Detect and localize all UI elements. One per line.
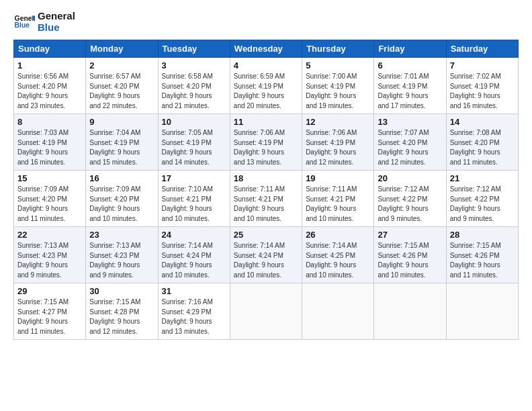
day-info: Sunrise: 7:12 AM Sunset: 4:22 PM Dayligh…	[450, 185, 515, 224]
day-number: 28	[450, 230, 515, 240]
calendar-cell: 28 Sunrise: 7:15 AM Sunset: 4:26 PM Dayl…	[446, 227, 518, 283]
day-number: 4	[234, 60, 298, 71]
calendar-cell: 16 Sunrise: 7:09 AM Sunset: 4:20 PM Dayl…	[86, 171, 158, 227]
day-info: Sunrise: 7:07 AM Sunset: 4:20 PM Dayligh…	[378, 128, 442, 167]
week-row-2: 8 Sunrise: 7:03 AM Sunset: 4:19 PM Dayli…	[14, 114, 519, 171]
day-number: 2	[89, 60, 154, 71]
calendar-cell: 1 Sunrise: 6:56 AM Sunset: 4:20 PM Dayli…	[14, 58, 86, 114]
calendar-cell: 10 Sunrise: 7:05 AM Sunset: 4:19 PM Dayl…	[158, 114, 230, 171]
day-info: Sunrise: 7:03 AM Sunset: 4:19 PM Dayligh…	[17, 128, 82, 167]
day-number: 15	[17, 173, 82, 183]
day-number: 27	[378, 230, 442, 240]
day-info: Sunrise: 7:14 AM Sunset: 4:24 PM Dayligh…	[162, 241, 226, 280]
calendar-cell: 31 Sunrise: 7:16 AM Sunset: 4:29 PM Dayl…	[158, 283, 230, 340]
calendar-cell: 24 Sunrise: 7:14 AM Sunset: 4:24 PM Dayl…	[158, 227, 230, 283]
weekday-header-row: SundayMondayTuesdayWednesdayThursdayFrid…	[14, 40, 519, 58]
calendar-cell	[446, 283, 518, 340]
day-info: Sunrise: 7:02 AM Sunset: 4:19 PM Dayligh…	[450, 72, 515, 111]
day-number: 5	[306, 60, 370, 71]
calendar-cell: 11 Sunrise: 7:06 AM Sunset: 4:19 PM Dayl…	[230, 114, 302, 171]
day-number: 30	[89, 286, 154, 296]
week-row-3: 15 Sunrise: 7:09 AM Sunset: 4:20 PM Dayl…	[14, 171, 519, 227]
day-number: 22	[17, 230, 82, 240]
calendar-cell: 4 Sunrise: 6:59 AM Sunset: 4:19 PM Dayli…	[230, 58, 302, 114]
header: General Blue GeneralBlue	[13, 11, 519, 33]
day-number: 18	[234, 173, 298, 183]
calendar-cell: 8 Sunrise: 7:03 AM Sunset: 4:19 PM Dayli…	[14, 114, 86, 171]
calendar-page: General Blue GeneralBlue SundayMondayTue…	[0, 0, 532, 411]
day-number: 1	[17, 60, 82, 71]
day-number: 9	[89, 117, 154, 127]
calendar-cell: 7 Sunrise: 7:02 AM Sunset: 4:19 PM Dayli…	[446, 58, 518, 114]
day-info: Sunrise: 7:09 AM Sunset: 4:20 PM Dayligh…	[89, 185, 154, 224]
day-number: 10	[162, 117, 226, 127]
day-info: Sunrise: 7:14 AM Sunset: 4:25 PM Dayligh…	[306, 241, 370, 280]
weekday-header-thursday: Thursday	[302, 40, 374, 58]
calendar-cell: 12 Sunrise: 7:06 AM Sunset: 4:19 PM Dayl…	[302, 114, 374, 171]
day-info: Sunrise: 7:05 AM Sunset: 4:19 PM Dayligh…	[162, 128, 226, 167]
day-number: 7	[450, 60, 515, 71]
day-info: Sunrise: 7:09 AM Sunset: 4:20 PM Dayligh…	[17, 185, 82, 224]
day-info: Sunrise: 6:58 AM Sunset: 4:20 PM Dayligh…	[162, 72, 226, 111]
logo-text: GeneralBlue	[38, 11, 75, 33]
weekday-header-saturday: Saturday	[446, 40, 518, 58]
day-number: 25	[234, 230, 298, 240]
calendar-cell	[302, 283, 374, 340]
calendar-cell: 13 Sunrise: 7:07 AM Sunset: 4:20 PM Dayl…	[374, 114, 446, 171]
calendar-cell	[374, 283, 446, 340]
day-info: Sunrise: 7:12 AM Sunset: 4:22 PM Dayligh…	[378, 185, 442, 224]
calendar-cell: 26 Sunrise: 7:14 AM Sunset: 4:25 PM Dayl…	[302, 227, 374, 283]
calendar-cell: 18 Sunrise: 7:11 AM Sunset: 4:21 PM Dayl…	[230, 171, 302, 227]
week-row-5: 29 Sunrise: 7:15 AM Sunset: 4:27 PM Dayl…	[14, 283, 519, 340]
svg-text:Blue: Blue	[15, 21, 30, 29]
day-info: Sunrise: 7:15 AM Sunset: 4:26 PM Dayligh…	[450, 241, 515, 280]
day-number: 14	[450, 117, 515, 127]
day-number: 23	[89, 230, 154, 240]
calendar-cell: 21 Sunrise: 7:12 AM Sunset: 4:22 PM Dayl…	[446, 171, 518, 227]
day-number: 21	[450, 173, 515, 183]
calendar-table: SundayMondayTuesdayWednesdayThursdayFrid…	[13, 40, 519, 340]
calendar-cell: 20 Sunrise: 7:12 AM Sunset: 4:22 PM Dayl…	[374, 171, 446, 227]
weekday-header-friday: Friday	[374, 40, 446, 58]
day-info: Sunrise: 7:11 AM Sunset: 4:21 PM Dayligh…	[306, 185, 370, 224]
day-info: Sunrise: 7:08 AM Sunset: 4:20 PM Dayligh…	[450, 128, 515, 167]
calendar-cell: 27 Sunrise: 7:15 AM Sunset: 4:26 PM Dayl…	[374, 227, 446, 283]
day-info: Sunrise: 7:01 AM Sunset: 4:19 PM Dayligh…	[378, 72, 442, 111]
weekday-header-monday: Monday	[86, 40, 158, 58]
day-info: Sunrise: 7:13 AM Sunset: 4:23 PM Dayligh…	[17, 241, 82, 280]
day-number: 29	[17, 286, 82, 296]
day-number: 17	[162, 173, 226, 183]
day-number: 26	[306, 230, 370, 240]
day-info: Sunrise: 7:10 AM Sunset: 4:21 PM Dayligh…	[162, 185, 226, 224]
day-info: Sunrise: 6:56 AM Sunset: 4:20 PM Dayligh…	[17, 72, 82, 111]
day-info: Sunrise: 7:11 AM Sunset: 4:21 PM Dayligh…	[234, 185, 298, 224]
day-info: Sunrise: 7:04 AM Sunset: 4:19 PM Dayligh…	[89, 128, 154, 167]
calendar-cell: 6 Sunrise: 7:01 AM Sunset: 4:19 PM Dayli…	[374, 58, 446, 114]
calendar-cell: 14 Sunrise: 7:08 AM Sunset: 4:20 PM Dayl…	[446, 114, 518, 171]
day-info: Sunrise: 6:59 AM Sunset: 4:19 PM Dayligh…	[234, 72, 298, 111]
weekday-header-sunday: Sunday	[14, 40, 86, 58]
calendar-cell: 5 Sunrise: 7:00 AM Sunset: 4:19 PM Dayli…	[302, 58, 374, 114]
calendar-cell: 22 Sunrise: 7:13 AM Sunset: 4:23 PM Dayl…	[14, 227, 86, 283]
day-info: Sunrise: 7:06 AM Sunset: 4:19 PM Dayligh…	[234, 128, 298, 167]
day-number: 31	[162, 286, 226, 296]
calendar-cell: 9 Sunrise: 7:04 AM Sunset: 4:19 PM Dayli…	[86, 114, 158, 171]
logo: General Blue GeneralBlue	[13, 11, 75, 33]
calendar-cell: 25 Sunrise: 7:14 AM Sunset: 4:24 PM Dayl…	[230, 227, 302, 283]
week-row-1: 1 Sunrise: 6:56 AM Sunset: 4:20 PM Dayli…	[14, 58, 519, 114]
calendar-cell: 2 Sunrise: 6:57 AM Sunset: 4:20 PM Dayli…	[86, 58, 158, 114]
day-number: 11	[234, 117, 298, 127]
weekday-header-tuesday: Tuesday	[158, 40, 230, 58]
day-info: Sunrise: 7:00 AM Sunset: 4:19 PM Dayligh…	[306, 72, 370, 111]
weekday-header-wednesday: Wednesday	[230, 40, 302, 58]
calendar-cell	[230, 283, 302, 340]
day-number: 8	[17, 117, 82, 127]
calendar-cell: 30 Sunrise: 7:15 AM Sunset: 4:28 PM Dayl…	[86, 283, 158, 340]
calendar-cell: 17 Sunrise: 7:10 AM Sunset: 4:21 PM Dayl…	[158, 171, 230, 227]
week-row-4: 22 Sunrise: 7:13 AM Sunset: 4:23 PM Dayl…	[14, 227, 519, 283]
day-info: Sunrise: 6:57 AM Sunset: 4:20 PM Dayligh…	[89, 72, 154, 111]
day-info: Sunrise: 7:14 AM Sunset: 4:24 PM Dayligh…	[234, 241, 298, 280]
day-info: Sunrise: 7:15 AM Sunset: 4:26 PM Dayligh…	[378, 241, 442, 280]
day-info: Sunrise: 7:16 AM Sunset: 4:29 PM Dayligh…	[162, 298, 226, 336]
day-number: 16	[89, 173, 154, 183]
